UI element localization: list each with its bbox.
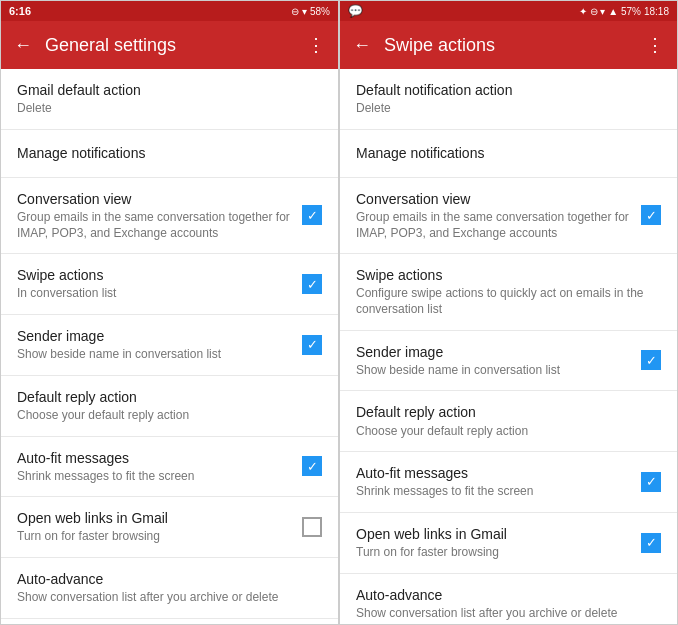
right-status-icon-text: ✦ ⊖ ▾ ▲ 57% — [579, 6, 641, 17]
right-settings-list: Default notification action Delete Manag… — [340, 69, 677, 624]
right-item-default-reply-action-subtitle: Choose your default reply action — [356, 424, 661, 440]
left-item-sender-image-title: Sender image — [17, 327, 294, 345]
right-item-swipe-actions[interactable]: Swipe actions Configure swipe actions to… — [340, 254, 677, 330]
left-toolbar: ← General settings ⋮ — [1, 21, 338, 69]
right-item-auto-advance-title: Auto-advance — [356, 586, 661, 604]
left-item-default-reply-action-subtitle: Choose your default reply action — [17, 408, 322, 424]
left-auto-fit-messages-check-icon: ✓ — [307, 460, 318, 473]
right-item-default-notification-action-title: Default notification action — [356, 81, 661, 99]
right-item-default-reply-action[interactable]: Default reply action Choose your default… — [340, 391, 677, 452]
left-item-sender-image-subtitle: Show beside name in conversation list — [17, 347, 294, 363]
left-item-conversation-view[interactable]: Conversation view Group emails in the sa… — [1, 178, 338, 254]
left-back-button[interactable]: ← — [9, 31, 37, 59]
right-open-web-links-check-icon: ✓ — [646, 536, 657, 549]
right-status-bar: 💬 ✦ ⊖ ▾ ▲ 57% 18:18 — [340, 1, 677, 21]
left-conversation-view-checkbox[interactable]: ✓ — [302, 205, 322, 225]
left-item-manage-notifications-title: Manage notifications — [17, 144, 322, 162]
left-status-bar: 6:16 ⊖ ▾ 58% — [1, 1, 338, 21]
left-status-icons: ⊖ ▾ 58% — [291, 6, 330, 17]
right-open-web-links-checkbox[interactable]: ✓ — [641, 533, 661, 553]
right-whatsapp-icon: 💬 — [348, 4, 363, 18]
left-item-manage-notifications[interactable]: Manage notifications — [1, 130, 338, 178]
right-toolbar-title: Swipe actions — [384, 35, 633, 56]
left-sender-image-checkbox[interactable]: ✓ — [302, 335, 322, 355]
left-item-open-web-links-subtitle: Turn on for faster browsing — [17, 529, 294, 545]
left-item-auto-advance-subtitle: Show conversation list after you archive… — [17, 590, 322, 606]
left-item-auto-fit-messages[interactable]: Auto-fit messages Shrink messages to fit… — [1, 437, 338, 498]
right-auto-fit-messages-checkbox[interactable]: ✓ — [641, 472, 661, 492]
right-item-open-web-links-subtitle: Turn on for faster browsing — [356, 545, 633, 561]
left-item-open-web-links-title: Open web links in Gmail — [17, 509, 294, 527]
right-item-auto-advance[interactable]: Auto-advance Show conversation list afte… — [340, 574, 677, 624]
right-time: 18:18 — [644, 6, 669, 17]
left-auto-fit-messages-checkbox[interactable]: ✓ — [302, 456, 322, 476]
right-item-sender-image-subtitle: Show beside name in conversation list — [356, 363, 633, 379]
right-conversation-view-check-icon: ✓ — [646, 209, 657, 222]
right-item-auto-advance-subtitle: Show conversation list after you archive… — [356, 606, 661, 622]
right-auto-fit-messages-check-icon: ✓ — [646, 475, 657, 488]
right-item-auto-fit-messages-subtitle: Shrink messages to fit the screen — [356, 484, 633, 500]
left-toolbar-title: General settings — [45, 35, 294, 56]
left-swipe-actions-checkbox[interactable]: ✓ — [302, 274, 322, 294]
left-status-icon-text: ⊖ ▾ 58% — [291, 6, 330, 17]
right-item-conversation-view[interactable]: Conversation view Group emails in the sa… — [340, 178, 677, 254]
left-swipe-actions-check-icon: ✓ — [307, 278, 318, 291]
left-item-action-confirmations[interactable]: Action Confirmations — [1, 619, 338, 624]
right-item-manage-notifications[interactable]: Manage notifications — [340, 130, 677, 178]
right-item-auto-fit-messages-title: Auto-fit messages — [356, 464, 633, 482]
left-item-swipe-actions[interactable]: Swipe actions In conversation list ✓ — [1, 254, 338, 315]
left-item-swipe-actions-title: Swipe actions — [17, 266, 294, 284]
left-item-conversation-view-subtitle: Group emails in the same conversation to… — [17, 210, 294, 241]
left-item-auto-fit-messages-subtitle: Shrink messages to fit the screen — [17, 469, 294, 485]
left-item-open-web-links[interactable]: Open web links in Gmail Turn on for fast… — [1, 497, 338, 558]
right-item-swipe-actions-subtitle: Configure swipe actions to quickly act o… — [356, 286, 661, 317]
left-sender-image-check-icon: ✓ — [307, 338, 318, 351]
right-item-default-reply-action-title: Default reply action — [356, 403, 661, 421]
left-screen: 6:16 ⊖ ▾ 58% ← General settings ⋮ Gmail … — [0, 0, 339, 625]
right-back-button[interactable]: ← — [348, 31, 376, 59]
right-conversation-view-checkbox[interactable]: ✓ — [641, 205, 661, 225]
left-item-sender-image[interactable]: Sender image Show beside name in convers… — [1, 315, 338, 376]
left-item-auto-advance-title: Auto-advance — [17, 570, 322, 588]
left-item-swipe-actions-subtitle: In conversation list — [17, 286, 294, 302]
left-item-default-reply-action[interactable]: Default reply action Choose your default… — [1, 376, 338, 437]
right-sender-image-checkbox[interactable]: ✓ — [641, 350, 661, 370]
right-item-swipe-actions-title: Swipe actions — [356, 266, 661, 284]
left-item-auto-advance[interactable]: Auto-advance Show conversation list afte… — [1, 558, 338, 619]
right-item-sender-image-title: Sender image — [356, 343, 633, 361]
right-item-default-notification-action[interactable]: Default notification action Delete — [340, 69, 677, 130]
right-item-default-notification-action-subtitle: Delete — [356, 101, 661, 117]
left-item-gmail-default-action[interactable]: Gmail default action Delete — [1, 69, 338, 130]
left-settings-list: Gmail default action Delete Manage notif… — [1, 69, 338, 624]
left-item-gmail-default-action-subtitle: Delete — [17, 101, 322, 117]
right-item-auto-fit-messages[interactable]: Auto-fit messages Shrink messages to fit… — [340, 452, 677, 513]
right-item-open-web-links-title: Open web links in Gmail — [356, 525, 633, 543]
left-item-conversation-view-title: Conversation view — [17, 190, 294, 208]
right-item-manage-notifications-title: Manage notifications — [356, 144, 661, 162]
right-item-conversation-view-title: Conversation view — [356, 190, 633, 208]
right-status-icons: ✦ ⊖ ▾ ▲ 57% 18:18 — [579, 6, 669, 17]
right-item-conversation-view-subtitle: Group emails in the same conversation to… — [356, 210, 633, 241]
left-conversation-view-check-icon: ✓ — [307, 209, 318, 222]
right-more-button[interactable]: ⋮ — [641, 31, 669, 59]
right-item-open-web-links[interactable]: Open web links in Gmail Turn on for fast… — [340, 513, 677, 574]
right-item-sender-image[interactable]: Sender image Show beside name in convers… — [340, 331, 677, 392]
right-toolbar: ← Swipe actions ⋮ — [340, 21, 677, 69]
left-item-default-reply-action-title: Default reply action — [17, 388, 322, 406]
left-more-button[interactable]: ⋮ — [302, 31, 330, 59]
left-time: 6:16 — [9, 5, 31, 17]
right-screen: 💬 ✦ ⊖ ▾ ▲ 57% 18:18 ← Swipe actions ⋮ De… — [339, 0, 678, 625]
left-open-web-links-checkbox[interactable]: ✓ — [302, 517, 322, 537]
left-item-gmail-default-action-title: Gmail default action — [17, 81, 322, 99]
right-sender-image-check-icon: ✓ — [646, 354, 657, 367]
left-item-auto-fit-messages-title: Auto-fit messages — [17, 449, 294, 467]
